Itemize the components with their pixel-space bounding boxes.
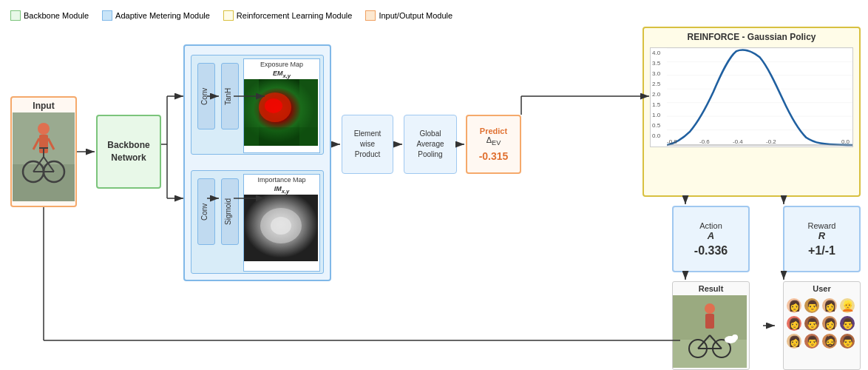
element-wise-product-box: ElementwiseProduct: [342, 115, 393, 174]
user-avatar-grid: 👩 👨 👩 👱 👩 👨 👩 👨 👩 👨 🧔 👨: [784, 295, 860, 353]
legend-io-label: Input/Output Module: [379, 11, 452, 20]
legend-io-box: [365, 10, 376, 21]
predict-formula: ΔEV: [486, 135, 501, 147]
tanh-label: TanH: [221, 63, 239, 130]
avatar-7: 👩: [822, 316, 837, 331]
legend-backbone-label: Backbone Module: [24, 11, 89, 20]
sigmoid-label: Sigmoid: [221, 178, 239, 245]
action-var: A: [708, 230, 714, 241]
reward-value: +1/-1: [808, 244, 835, 258]
svg-point-41: [732, 334, 738, 340]
importance-map-formula: IMx,y: [244, 185, 319, 195]
exposure-path: Conv TanH Exposure Map EMx,y: [191, 55, 324, 155]
reward-label: Reward: [808, 221, 836, 230]
avatar-6: 👨: [804, 316, 819, 331]
predict-box: Predict ΔEV -0.315: [466, 115, 521, 174]
input-module: Input: [10, 96, 77, 207]
legend: Backbone Module Adaptive Metering Module…: [0, 4, 463, 27]
rl-title: REINFORCE - Gaussian Policy: [687, 32, 816, 42]
reward-var: R: [818, 230, 825, 241]
global-avg-pooling-box: GlobalAveragePooling: [404, 115, 457, 174]
rl-module: REINFORCE - Gaussian Policy 4.0 3.5 3.0 …: [642, 27, 861, 197]
legend-adaptive-box: [102, 10, 112, 21]
input-image: [13, 112, 75, 201]
conv1-label: Conv: [197, 63, 215, 130]
avatar-4: 👱: [840, 298, 855, 313]
y-label-35: 3.5: [652, 60, 660, 67]
avatar-10: 👨: [804, 334, 819, 349]
importance-map-title: Importance Map: [244, 175, 319, 185]
legend-backbone-box: [10, 10, 21, 21]
y-label-25: 2.5: [652, 81, 660, 87]
exposure-map-formula: EMx,y: [244, 70, 319, 79]
action-box: Action A -0.336: [672, 206, 750, 272]
y-label-30: 3.0: [652, 70, 660, 77]
y-label-00: 0.0: [652, 132, 660, 139]
avatar-5: 👩: [787, 316, 801, 331]
svg-point-22: [271, 217, 291, 235]
y-label-40: 4.0: [652, 50, 660, 56]
y-label-05: 0.5: [652, 122, 660, 129]
svg-point-3: [38, 123, 50, 135]
svg-point-33: [705, 303, 715, 314]
legend-rl: Reinforcement Learning Module: [223, 10, 353, 21]
conv2-label: Conv: [197, 178, 215, 245]
input-label: Input: [33, 101, 54, 111]
y-label-10: 1.0: [652, 112, 660, 118]
element-wise-label: ElementwiseProduct: [354, 129, 382, 160]
action-value: -0.336: [694, 244, 728, 258]
avatar-8: 👨: [840, 316, 855, 331]
result-box: Result: [672, 281, 750, 370]
x-label-00: 0.0: [841, 138, 850, 145]
result-image: [673, 295, 747, 368]
exposure-map-visual: [244, 79, 318, 146]
importance-map-visual: [244, 195, 318, 261]
x-label-n06: -0.6: [699, 138, 710, 145]
adaptive-metering-module: Conv TanH Exposure Map EMx,y: [183, 44, 331, 281]
importance-map-box: Importance Map IMx,y: [243, 174, 320, 272]
avatar-2: 👨: [804, 298, 819, 313]
exposure-map-title: Exposure Map: [244, 59, 319, 70]
svg-rect-19: [244, 127, 318, 146]
gaussian-chart: 4.0 3.5 3.0 2.5 2.0 1.5 1.0 0.5 0.0 -0.8: [650, 47, 853, 147]
reward-box: Reward R +1/-1: [783, 206, 861, 272]
exposure-map-box: Exposure Map EMx,y: [243, 58, 320, 153]
legend-backbone: Backbone Module: [10, 10, 89, 21]
legend-rl-label: Reinforcement Learning Module: [237, 11, 353, 20]
user-box: User 👩 👨 👩 👱 👩 👨 👩 👨 👩 👨 🧔 👨: [783, 281, 861, 370]
x-label-n08: -0.8: [667, 138, 677, 145]
importance-path: Conv Sigmoid Importance Map IMx,y: [191, 170, 324, 274]
legend-io: Input/Output Module: [365, 10, 452, 21]
avatar-1: 👩: [787, 298, 801, 313]
legend-adaptive-label: Adaptive Metering Module: [115, 11, 210, 20]
svg-rect-34: [705, 314, 714, 329]
backbone-label: BackboneNetwork: [107, 139, 149, 164]
avatar-3: 👩: [822, 298, 837, 313]
avatar-12: 👨: [840, 334, 855, 349]
gaussian-curve: [667, 48, 852, 147]
avatar-11: 🧔: [822, 334, 837, 349]
global-avg-label: GlobalAveragePooling: [416, 129, 444, 160]
user-label: User: [784, 282, 860, 295]
svg-point-16: [265, 98, 282, 113]
x-label-n02: -0.2: [766, 138, 776, 145]
avatar-9: 👩: [787, 334, 801, 349]
action-label: Action: [699, 221, 722, 230]
backbone-module: BackboneNetwork: [96, 115, 161, 189]
result-label: Result: [673, 282, 749, 295]
legend-rl-box: [223, 10, 234, 21]
x-label-n04: -0.4: [733, 138, 743, 145]
predict-value: -0.315: [479, 150, 509, 162]
y-label-20: 2.0: [652, 91, 660, 98]
y-label-15: 1.5: [652, 101, 660, 108]
legend-adaptive: Adaptive Metering Module: [102, 10, 210, 21]
predict-label: Predict: [480, 127, 507, 135]
